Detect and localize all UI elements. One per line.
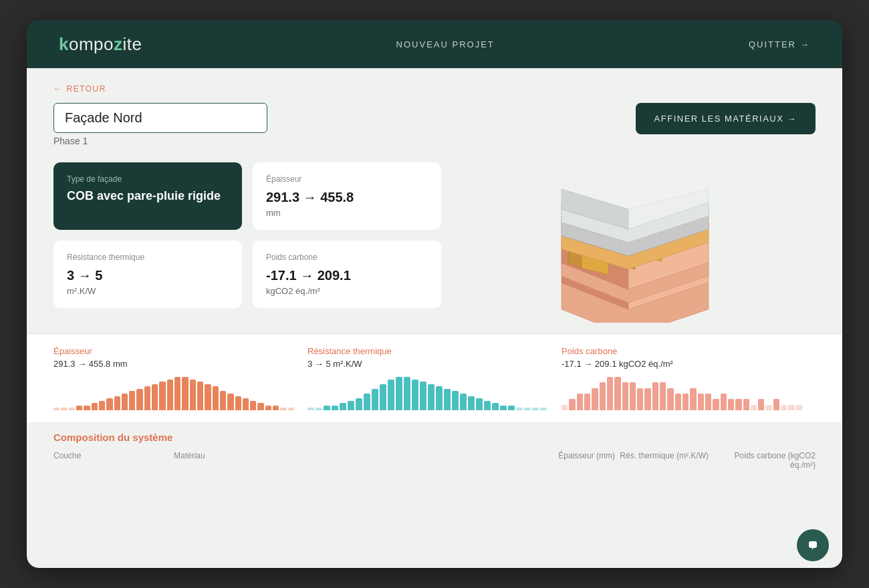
chart-bar [532, 408, 539, 410]
chart-bar [92, 403, 98, 410]
back-link[interactable]: ← RETOUR [53, 84, 816, 94]
card-poids: Poids carbone -17.1 → 209.1 kgCO2 éq./m² [253, 241, 441, 308]
facade-visual [455, 162, 816, 323]
stats-bar: Épaisseur 291.3 → 455.8 mm Résistance th… [27, 333, 842, 422]
logo-text: kompozite [59, 34, 142, 55]
composition-title: Composition du système [53, 432, 816, 443]
cards-row-1: Type de façade COB avec pare-pluie rigid… [53, 162, 441, 230]
chart-bar [607, 377, 613, 410]
chart-bar [540, 408, 547, 410]
card-type-value: COB avec pare-pluie rigide [67, 189, 229, 204]
chart-bar [698, 394, 704, 410]
card-poids-unit: kgCO2 éq./m² [266, 286, 428, 296]
chart-bar [144, 386, 150, 410]
chart-bar [197, 382, 203, 410]
chart-bar [159, 382, 165, 410]
col-poids-header: Poids carbone (kgCO2 éq./m²) [709, 451, 816, 470]
chart-bar [307, 408, 314, 410]
epaisseur-chart [53, 377, 307, 410]
chart-bar [452, 391, 459, 410]
chart-bar [288, 408, 294, 410]
chart-bar [167, 380, 173, 410]
chart-bar [152, 384, 158, 410]
chart-bar [61, 408, 67, 410]
chart-bar [136, 389, 142, 410]
chart-bar [388, 380, 394, 410]
chart-bar [174, 377, 180, 410]
affiner-btn[interactable]: AFFINER LES MATÉRIAUX → [636, 103, 816, 134]
top-section: ← RETOUR Phase 1 AFFINER LES MATÉRIAUX → [27, 68, 842, 149]
phase-label: Phase 1 [53, 136, 267, 146]
card-type-label: Type de façade [67, 174, 229, 184]
chart-bar [114, 396, 120, 410]
chart-bar [667, 388, 673, 410]
chart-bar [332, 406, 338, 410]
chart-bar [396, 377, 402, 410]
chart-bar [652, 382, 658, 410]
chart-bar [758, 399, 764, 410]
chart-bar [372, 389, 378, 410]
chart-bar [584, 394, 590, 410]
stat-resistance-value: 3 → 5 m².K/W [307, 359, 562, 369]
chart-bar [592, 388, 598, 410]
chart-bar [280, 408, 286, 410]
chart-bar [675, 394, 681, 410]
chart-bar [220, 391, 226, 410]
chart-bar [637, 388, 643, 410]
chart-bar [106, 398, 112, 410]
col-res-header: Rés. thermique (m².K/W) [615, 451, 709, 470]
chart-bar [444, 389, 451, 410]
table-header: Couche Matériau Épaisseur (mm) Rés. ther… [53, 451, 816, 470]
chat-button[interactable] [797, 529, 829, 561]
chart-bar [69, 408, 75, 410]
chart-bar [577, 394, 583, 410]
chart-bar [356, 398, 362, 410]
chart-bar [250, 401, 256, 410]
chart-bar [227, 394, 233, 410]
chart-bar [796, 405, 802, 410]
chart-bar [235, 396, 241, 410]
chart-bar [436, 386, 443, 410]
chart-bar [713, 399, 719, 410]
chart-bar [622, 382, 628, 410]
back-arrow-icon: ← [53, 84, 63, 94]
card-epaisseur-label: Épaisseur [266, 174, 428, 184]
card-epaisseur-unit: mm [266, 208, 428, 218]
chart-bar [205, 384, 211, 410]
card-resistance-unit: m².K/W [67, 286, 229, 296]
card-poids-value: -17.1 → 209.1 [266, 267, 428, 283]
card-type-facade: Type de façade COB avec pare-pluie rigid… [53, 162, 242, 230]
card-epaisseur-value: 291.3 → 455.8 [266, 189, 428, 205]
col-epaisseur-header: Épaisseur (mm) [535, 451, 615, 470]
chart-bar [76, 406, 82, 410]
chart-bar [99, 401, 105, 410]
card-resistance-value: 3 → 5 [67, 267, 229, 283]
main-content: ← RETOUR Phase 1 AFFINER LES MATÉRIAUX →… [27, 68, 842, 568]
chart-bar [348, 401, 354, 410]
facade-diagram [535, 162, 735, 323]
chart-bar [682, 394, 689, 410]
logo: kompozite [59, 34, 142, 55]
chart-bar [690, 388, 696, 410]
col-couche-header: Couche [53, 451, 174, 470]
chart-bar [420, 382, 426, 410]
stat-epaisseur-value: 291.3 → 455.8 mm [53, 359, 307, 369]
chart-bar [122, 394, 128, 410]
chart-bar [484, 401, 491, 410]
chart-bar [751, 405, 757, 410]
chart-bar [773, 399, 779, 410]
chart-bar [614, 377, 620, 410]
chart-bar [182, 377, 188, 410]
col-materiau-header: Matériau [174, 451, 535, 470]
resistance-chart [307, 377, 562, 410]
chart-bar [500, 406, 507, 410]
project-title-input[interactable] [53, 103, 267, 133]
logo-zite: z [114, 34, 123, 54]
stat-poids: Poids carbone -17.1 → 209.1 kgCO2 éq./m² [562, 346, 816, 369]
stat-poids-value: -17.1 → 209.1 kgCO2 éq./m² [562, 359, 816, 369]
stat-resistance: Résistance thermique 3 → 5 m².K/W [307, 346, 562, 369]
composition-section: Composition du système Couche Matériau É… [27, 422, 842, 476]
stat-epaisseur-label: Épaisseur [53, 346, 307, 356]
chart-bar [460, 394, 467, 410]
quit-button[interactable]: QUITTER → [749, 39, 810, 49]
